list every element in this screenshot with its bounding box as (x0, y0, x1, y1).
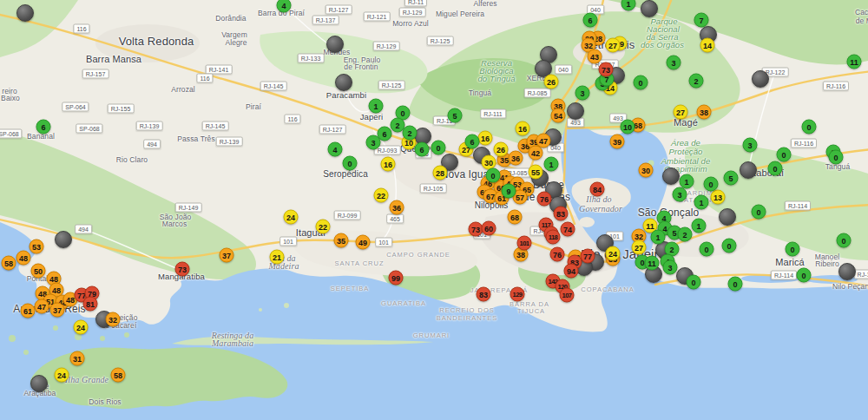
station-marker-gray[interactable] (326, 36, 344, 53)
aqi-marker-green[interactable]: 1 (694, 195, 709, 210)
aqi-marker-red[interactable]: 74 (561, 222, 575, 237)
aqi-marker-red[interactable]: 94 (564, 264, 579, 279)
aqi-marker-green[interactable]: 9 (502, 184, 516, 199)
station-marker-gray[interactable] (30, 375, 48, 392)
aqi-marker-green[interactable]: 6 (465, 135, 480, 149)
aqi-marker-green[interactable]: 3 (366, 135, 381, 150)
aqi-marker-green[interactable]: 2 (678, 227, 693, 242)
aqi-marker-orange[interactable]: 32 (106, 312, 121, 327)
aqi-marker-orange[interactable]: 49 (356, 235, 371, 250)
aqi-marker-green[interactable]: 0 (797, 268, 812, 283)
aqi-marker-orange[interactable]: 37 (50, 303, 65, 318)
aqi-marker-orange[interactable]: 42 (529, 146, 543, 161)
map-canvas[interactable]: Rio de JaneiroSão GonçaloVolta RedondaNo… (0, 0, 868, 420)
aqi-marker-green[interactable]: 1 (544, 157, 559, 172)
aqi-marker-green[interactable]: 3 (743, 138, 758, 153)
aqi-marker-orange[interactable]: 48 (16, 251, 31, 266)
aqi-marker-green[interactable]: 10 (621, 120, 635, 135)
station-marker-gray[interactable] (16, 4, 34, 22)
aqi-marker-yellow[interactable]: 55 (529, 165, 543, 180)
aqi-marker-green[interactable]: 6 (415, 142, 430, 157)
aqi-marker-green[interactable]: 0 (704, 177, 719, 192)
aqi-marker-orange[interactable]: 58 (111, 368, 126, 383)
aqi-marker-green[interactable]: 1 (692, 219, 707, 233)
aqi-marker-yellow[interactable]: 16 (478, 131, 493, 146)
aqi-marker-yellow[interactable]: 16 (516, 121, 530, 136)
aqi-marker-green[interactable]: 0 (634, 75, 648, 90)
aqi-marker-orange[interactable]: 47 (35, 299, 49, 314)
aqi-marker-yellow[interactable]: 21 (270, 250, 285, 265)
aqi-marker-green[interactable]: 3 (667, 56, 681, 70)
aqi-marker-red[interactable]: 76 (550, 247, 565, 262)
aqi-marker-red[interactable]: 76 (537, 192, 552, 207)
aqi-marker-orange[interactable]: 31 (70, 351, 85, 366)
aqi-marker-orange[interactable]: 68 (508, 210, 523, 225)
aqi-marker-green[interactable]: 0 (829, 150, 844, 165)
aqi-marker-green[interactable]: 0 (837, 233, 852, 248)
aqi-marker-yellow[interactable]: 22 (374, 188, 389, 203)
aqi-marker-yellow[interactable]: 24 (55, 368, 69, 383)
aqi-marker-green[interactable]: 4 (328, 142, 343, 157)
aqi-marker-yellow[interactable]: 28 (433, 166, 448, 180)
aqi-marker-yellow[interactable]: 24 (284, 210, 299, 225)
aqi-marker-yellow[interactable]: 26 (544, 75, 559, 89)
aqi-marker-red[interactable]: 77 (581, 249, 595, 264)
aqi-marker-green[interactable]: 6 (36, 120, 51, 135)
aqi-marker-orange[interactable]: 53 (30, 240, 44, 254)
aqi-marker-orange[interactable]: 35 (334, 233, 349, 248)
aqi-marker-green[interactable]: 0 (802, 120, 817, 135)
aqi-marker-green[interactable]: 1 (651, 230, 666, 245)
aqi-marker-green[interactable]: 0 (486, 168, 501, 183)
station-marker-gray[interactable] (567, 102, 584, 120)
aqi-marker-green[interactable]: 0 (700, 242, 714, 257)
aqi-marker-green[interactable]: 5 (448, 108, 463, 123)
aqi-marker-red[interactable]: 81 (83, 297, 98, 312)
aqi-marker-orange[interactable]: 61 (21, 304, 36, 318)
aqi-marker-green[interactable]: 0 (768, 161, 783, 176)
aqi-marker-red[interactable]: 60 (482, 221, 496, 236)
aqi-marker-orange[interactable]: 36 (390, 200, 404, 215)
aqi-marker-orange[interactable]: 50 (31, 264, 46, 279)
aqi-marker-yellow[interactable]: 13 (711, 190, 726, 205)
station-marker-gray[interactable] (662, 167, 680, 185)
station-marker-gray[interactable] (838, 263, 856, 280)
aqi-marker-green[interactable]: 0 (343, 156, 358, 171)
aqi-marker-yellow[interactable]: 27 (632, 240, 647, 255)
aqi-marker-green[interactable]: 0 (752, 205, 766, 220)
aqi-marker-green[interactable]: 2 (689, 74, 704, 89)
station-marker-gray[interactable] (335, 74, 352, 91)
aqi-marker-red[interactable]: 73 (175, 262, 190, 277)
aqi-marker-green[interactable]: 0 (786, 242, 800, 257)
aqi-marker-green[interactable]: 7 (694, 13, 709, 28)
aqi-marker-yellow[interactable]: 26 (494, 142, 509, 157)
aqi-marker-yellow[interactable]: 16 (381, 157, 396, 172)
aqi-marker-green[interactable]: 3 (575, 86, 590, 101)
aqi-marker-orange[interactable]: 37 (220, 248, 234, 263)
aqi-marker-green[interactable]: 0 (687, 275, 701, 290)
aqi-marker-green[interactable]: 11 (847, 55, 862, 69)
aqi-marker-red[interactable]: 129 (510, 287, 525, 302)
station-marker-gray[interactable] (719, 208, 736, 226)
station-marker-gray[interactable] (641, 0, 658, 17)
aqi-marker-green[interactable]: 6 (583, 13, 598, 28)
aqi-marker-green[interactable]: 3 (673, 187, 687, 202)
aqi-marker-green[interactable]: 11 (645, 256, 660, 271)
aqi-marker-orange[interactable]: 30 (639, 163, 654, 178)
aqi-marker-red[interactable]: 83 (477, 287, 491, 302)
aqi-marker-green[interactable]: 2 (403, 126, 418, 141)
aqi-marker-yellow[interactable]: 14 (700, 38, 715, 53)
aqi-marker-orange[interactable]: 58 (2, 256, 16, 271)
aqi-marker-yellow[interactable]: 27 (606, 38, 621, 53)
aqi-marker-red[interactable]: 84 (590, 182, 605, 197)
aqi-marker-red[interactable]: 83 (554, 207, 569, 221)
aqi-marker-orange[interactable]: 39 (610, 135, 625, 149)
aqi-marker-red[interactable]: 107 (560, 288, 575, 303)
aqi-marker-green[interactable]: 3 (663, 260, 678, 275)
aqi-marker-green[interactable]: 1 (369, 99, 384, 114)
station-marker-gray[interactable] (55, 231, 72, 248)
station-marker-gray[interactable] (740, 161, 757, 179)
aqi-marker-orange[interactable]: 54 (551, 108, 566, 123)
aqi-marker-yellow[interactable]: 24 (74, 320, 89, 335)
aqi-marker-yellow[interactable]: 22 (316, 220, 331, 234)
aqi-marker-red[interactable]: 118 (546, 230, 561, 245)
